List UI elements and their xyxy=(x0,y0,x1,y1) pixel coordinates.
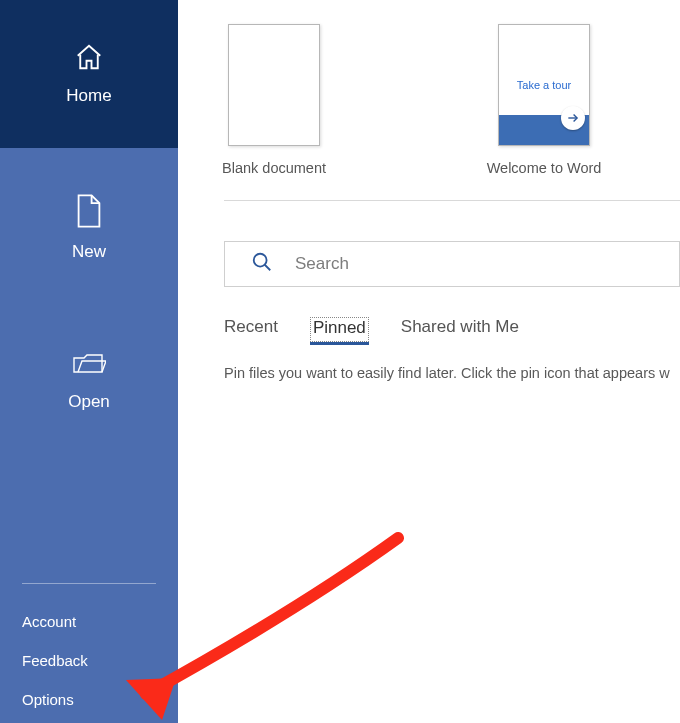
divider xyxy=(22,583,156,584)
new-document-icon xyxy=(76,194,102,232)
sidebar-item-home[interactable]: Home xyxy=(66,42,111,106)
template-blank-document[interactable]: Blank document xyxy=(224,24,324,176)
search-icon xyxy=(251,251,273,277)
arrow-right-icon xyxy=(561,106,585,130)
home-icon xyxy=(74,42,104,76)
sidebar-item-new[interactable]: New xyxy=(0,148,178,328)
sidebar-item-label: Home xyxy=(66,86,111,106)
file-tabs: Recent Pinned Shared with Me xyxy=(224,317,680,343)
main-content: Blank document Take a tour Welcome to Wo… xyxy=(178,0,680,723)
tab-pinned[interactable]: Pinned xyxy=(310,317,369,342)
template-caption: Welcome to Word xyxy=(487,160,602,176)
sidebar-item-account[interactable]: Account xyxy=(22,602,156,641)
template-caption: Blank document xyxy=(222,160,326,176)
search-box[interactable] xyxy=(224,241,680,287)
sidebar-bottom: Account Feedback Options xyxy=(0,565,178,723)
tour-label: Take a tour xyxy=(499,79,589,91)
sidebar-item-label: Open xyxy=(68,392,110,412)
sidebar-item-feedback[interactable]: Feedback xyxy=(22,641,156,680)
svg-point-0 xyxy=(254,254,267,267)
tab-shared-with-me[interactable]: Shared with Me xyxy=(401,317,519,343)
tab-recent[interactable]: Recent xyxy=(224,317,278,343)
folder-open-icon xyxy=(72,352,106,382)
sidebar-item-label: New xyxy=(72,242,106,262)
sidebar: Home New Open xyxy=(0,0,178,723)
template-welcome-to-word[interactable]: Take a tour Welcome to Word xyxy=(494,24,594,176)
template-thumbnail xyxy=(228,24,320,146)
sidebar-item-options[interactable]: Options xyxy=(22,680,156,719)
template-thumbnail: Take a tour xyxy=(498,24,590,146)
sidebar-item-open[interactable]: Open xyxy=(0,328,178,436)
pinned-helper-text: Pin files you want to easily find later.… xyxy=(224,365,680,381)
search-input[interactable] xyxy=(295,254,665,274)
divider xyxy=(224,200,680,201)
